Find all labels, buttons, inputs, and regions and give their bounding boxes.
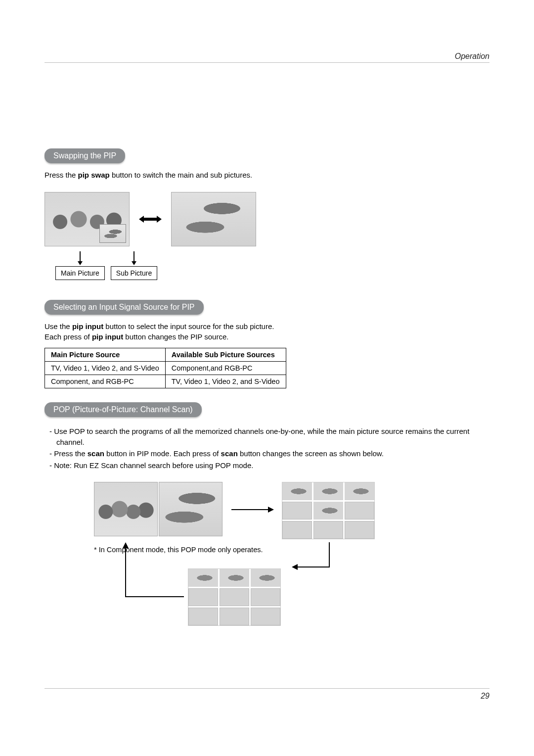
text-bold: pip input <box>72 322 103 331</box>
td: TV, Video 1, Video 2, and S-Video <box>165 375 286 388</box>
left-half <box>94 482 158 536</box>
right-half <box>159 482 222 536</box>
grid-cell <box>313 482 343 500</box>
svg-marker-0 <box>139 216 162 223</box>
arrow-path-down-left-icon <box>292 542 331 571</box>
grid-cell <box>282 502 312 520</box>
example-swapped-picture <box>171 192 256 246</box>
sub-picture-pointer: Sub Picture <box>111 251 157 280</box>
swap-instruction: Press the pip swap button to switch the … <box>44 170 490 180</box>
grid-cell <box>282 482 312 500</box>
pop-stage-2 <box>282 482 375 539</box>
grid-cell <box>220 569 249 587</box>
grid-cell <box>345 502 374 520</box>
th-sub-sources: Available Sub Picture Sources <box>165 348 286 361</box>
text-bold: scan <box>88 449 104 458</box>
dolphins-thumbnail <box>172 192 256 246</box>
grid-cell <box>251 608 280 625</box>
sub-picture-label: Sub Picture <box>111 266 157 280</box>
grid-cell <box>188 608 218 625</box>
grid-cell <box>251 569 280 587</box>
grid-cell <box>188 588 218 606</box>
pop-stage-1 <box>94 482 222 536</box>
svg-marker-8 <box>123 542 129 548</box>
example-main-picture <box>44 192 130 246</box>
svg-marker-6 <box>268 507 274 513</box>
grid-3x3 <box>188 568 281 626</box>
grid-cell <box>251 588 280 606</box>
grid-3x3 <box>282 482 375 539</box>
heading-selecting-input: Selecting an Input Signal Source for PIP <box>44 300 204 315</box>
grid-cell <box>313 521 343 539</box>
pop-bullets: - Use POP to search the programs of all … <box>44 426 490 471</box>
text: button to switch the main and sub pictur… <box>110 171 253 179</box>
table-row: Main Picture Source Available Sub Pictur… <box>45 348 286 361</box>
content: Swapping the PIP Press the pip swap butt… <box>44 148 490 630</box>
heading-pop-channel-scan: POP (Picture-of-Picture: Channel Scan) <box>44 402 202 417</box>
bullet-1: - Use POP to search the programs of all … <box>49 426 490 448</box>
labels-row: Main Picture Sub Picture <box>46 251 490 280</box>
table-row: TV, Video 1, Video 2, and S-Video Compon… <box>45 361 286 375</box>
td: TV, Video 1, Video 2, and S-Video <box>45 361 166 375</box>
page: Operation Swapping the PIP Press the pip… <box>0 0 534 756</box>
text: - Press the <box>49 449 88 458</box>
pip-sources-table: Main Picture Source Available Sub Pictur… <box>44 348 286 388</box>
td: Component,and RGB-PC <box>165 361 286 375</box>
footer-rule <box>44 688 490 689</box>
header-rule <box>44 62 490 63</box>
table-row: Component, and RGB-PC TV, Video 1, Video… <box>45 375 286 388</box>
main-picture-label: Main Picture <box>55 266 105 280</box>
pip-inset-thumbnail <box>99 224 126 243</box>
text-bold: pip swap <box>78 171 110 179</box>
dolphins-thumbnail <box>159 482 222 536</box>
text: button changes the PIP source. <box>123 332 228 341</box>
grid-cell <box>282 521 312 539</box>
arrow-down-icon <box>131 251 137 265</box>
text: Each press of <box>44 332 92 341</box>
swap-example-row <box>44 192 490 246</box>
grid-cell <box>345 482 374 500</box>
text: button to select the input source for th… <box>103 322 274 331</box>
bullet-2: - Press the scan button in PIP mode. Eac… <box>49 448 490 459</box>
svg-marker-4 <box>132 261 136 265</box>
arrow-path-left-up-icon <box>123 542 185 601</box>
text-bold: pip input <box>92 332 123 341</box>
th-main-source: Main Picture Source <box>45 348 166 361</box>
text: button changes the screen as shown below… <box>238 449 384 458</box>
text: Press the <box>44 171 78 179</box>
page-number: 29 <box>481 692 490 701</box>
grid-cell <box>220 588 249 606</box>
bullet-3: - Note: Run EZ Scan channel search befor… <box>49 460 490 471</box>
heading-swapping-pip: Swapping the PIP <box>44 148 125 163</box>
grid-cell <box>220 608 249 625</box>
arrow-right-icon <box>231 506 274 514</box>
text: Use the <box>44 322 72 331</box>
main-picture-pointer: Main Picture <box>55 251 105 280</box>
grid-cell <box>313 502 343 520</box>
pop-stage-3 <box>188 568 281 626</box>
svg-marker-7 <box>292 564 298 570</box>
swap-arrows-icon <box>138 214 162 224</box>
people-thumbnail <box>94 482 157 536</box>
header-section: Operation <box>455 52 490 61</box>
svg-marker-2 <box>78 261 83 265</box>
pop-diagram: In Component mode, this POP mode only op… <box>94 482 490 630</box>
pip-input-instruction: Use the pip input button to select the i… <box>44 322 490 342</box>
grid-cell <box>188 569 218 587</box>
td: Component, and RGB-PC <box>45 375 166 388</box>
arrow-down-icon <box>77 251 83 265</box>
grid-cell <box>345 521 374 539</box>
text-bold: scan <box>221 449 238 458</box>
text: button in PIP mode. Each press of <box>104 449 221 458</box>
